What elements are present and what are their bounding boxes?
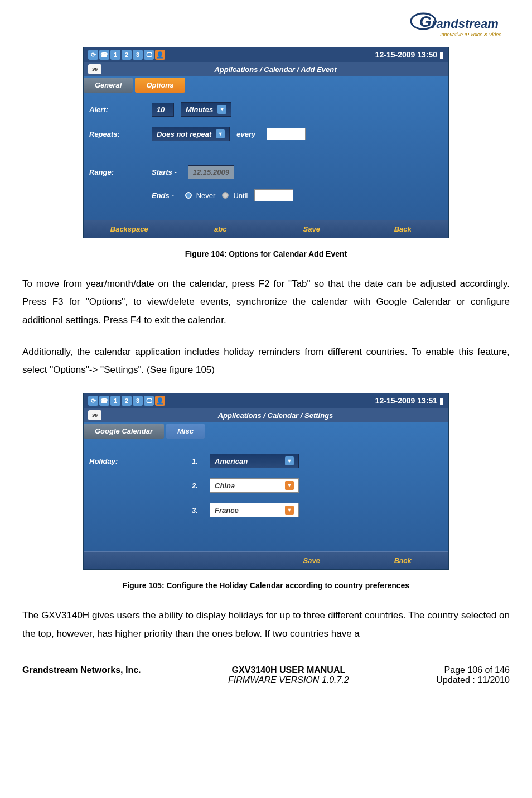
softkey-bar: Backspace abc Save Back <box>84 220 448 238</box>
holiday-dropdown-2[interactable]: China ▼ <box>210 478 299 493</box>
footer-company: Grandstream Networks, Inc. <box>22 665 141 685</box>
starts-label: Starts - <box>152 168 177 176</box>
alert-icon: 👤 <box>155 50 165 60</box>
status-icons: ⟳ ☎ 1 2 3 🖵 👤 <box>88 50 165 60</box>
svg-text:Innovative IP Voice & Video: Innovative IP Voice & Video <box>440 32 501 37</box>
battery-icon: ▮ <box>439 396 444 405</box>
status-bar: ⟳ ☎ 1 2 3 🖵 👤 12-15-2009 13:51 ▮ <box>84 393 448 408</box>
page-footer: Grandstream Networks, Inc. GXV3140H USER… <box>22 665 510 685</box>
status-num-2: 2 <box>122 396 132 406</box>
figure-caption-105: Figure 105: Configure the Holiday Calend… <box>22 581 510 590</box>
title-text: Applications / Calendar / Settings <box>107 411 444 420</box>
alert-label: Alert: <box>89 105 145 114</box>
holiday-label: Holiday: <box>89 457 145 465</box>
softkey-back[interactable]: Back <box>357 556 449 565</box>
status-num-1: 1 <box>110 50 120 60</box>
status-bar: ⟳ ☎ 1 2 3 🖵 👤 12-15-2009 13:50 ▮ <box>84 47 448 62</box>
radio-until-icon <box>222 192 229 199</box>
datetime: 12-15-2009 13:50 ▮ <box>375 50 444 59</box>
softkey-backspace[interactable]: Backspace <box>84 225 175 233</box>
tab-row: General Options <box>84 76 448 94</box>
svg-text:G: G <box>419 13 432 30</box>
softkey-abc[interactable]: abc <box>175 225 267 233</box>
footer-right: Page 106 of 146 Updated : 11/2010 <box>436 665 510 685</box>
holiday-num-2: 2. <box>192 482 203 490</box>
status-num-1: 1 <box>110 396 120 406</box>
status-icons: ⟳ ☎ 1 2 3 🖵 👤 <box>88 396 165 406</box>
alert-icon: 👤 <box>155 396 165 406</box>
holiday-dropdown-1[interactable]: American ▼ <box>210 454 299 468</box>
tab-row: Google Calendar Misc <box>84 422 448 440</box>
row-repeats: Repeats: Does not repeat ▼ every <box>89 127 443 141</box>
battery-icon: ▮ <box>439 50 444 59</box>
alert-unit-dropdown[interactable]: Minutes ▼ <box>181 102 231 117</box>
holiday-num-3: 3. <box>192 506 203 515</box>
holiday-num-1: 1. <box>192 457 203 465</box>
refresh-icon: ⟳ <box>88 396 98 406</box>
tab-google-calendar[interactable]: Google Calendar <box>84 424 164 439</box>
paragraph-2: Additionally, the calendar application i… <box>22 343 510 379</box>
never-radio-group[interactable]: Never <box>185 191 216 200</box>
softkey-save[interactable]: Save <box>266 556 357 565</box>
radio-never-icon <box>185 192 192 199</box>
repeats-label: Repeats: <box>89 130 145 138</box>
computer-icon: 🖵 <box>144 50 154 60</box>
ends-label: Ends - <box>152 191 174 200</box>
starts-date-input[interactable]: 12.15.2009 <box>188 165 234 179</box>
row-holiday-3: 3. France ▼ <box>89 503 443 517</box>
repeats-dropdown[interactable]: Does not repeat ▼ <box>152 127 230 141</box>
phone-icon: ☎ <box>99 50 109 60</box>
row-range-end: Ends - Never Until <box>89 189 443 201</box>
range-label: Range: <box>89 168 145 176</box>
screenshot-settings: ⟳ ☎ 1 2 3 🖵 👤 12-15-2009 13:51 ▮ 96 Appl… <box>83 393 449 570</box>
status-num-3: 3 <box>133 50 143 60</box>
row-holiday-2: 2. China ▼ <box>89 478 443 493</box>
alert-value-input[interactable]: 10 <box>152 103 174 117</box>
chevron-down-icon: ▼ <box>216 129 225 138</box>
until-radio-group[interactable]: Until <box>222 191 248 200</box>
row-range-start: Range: Starts - 12.15.2009 <box>89 165 443 179</box>
row-alert: Alert: 10 Minutes ▼ <box>89 102 443 117</box>
form-area: Alert: 10 Minutes ▼ Repeats: Does not re… <box>84 94 448 220</box>
title-bar: 96 Applications / Calendar / Settings <box>84 408 448 422</box>
softkey-bar: Save Back <box>84 551 448 569</box>
chevron-down-icon: ▼ <box>285 481 294 490</box>
until-date-input[interactable] <box>254 189 293 201</box>
title-bar: 96 Applications / Calendar / Add Event <box>84 62 448 76</box>
tab-options[interactable]: Options <box>135 78 185 93</box>
svg-text:randstream: randstream <box>432 17 499 31</box>
every-input[interactable] <box>267 128 306 140</box>
status-num-3: 3 <box>133 396 143 406</box>
paragraph-3: The GXV3140H gives users the ability to … <box>22 607 510 643</box>
chevron-down-icon: ▼ <box>217 105 226 114</box>
holiday-dropdown-3[interactable]: France ▼ <box>210 503 299 517</box>
status-num-2: 2 <box>122 50 132 60</box>
titlebar-icon: 96 <box>88 410 101 420</box>
phone-icon: ☎ <box>99 396 109 406</box>
figure-caption-104: Figure 104: Options for Calendar Add Eve… <box>22 249 510 258</box>
softkey-save[interactable]: Save <box>266 225 357 233</box>
tab-general[interactable]: General <box>84 78 133 93</box>
form-area: Holiday: 1. American ▼ 2. China ▼ 3. Fra… <box>84 440 448 551</box>
datetime: 12-15-2009 13:51 ▮ <box>375 396 444 405</box>
chevron-down-icon: ▼ <box>285 456 294 465</box>
title-text: Applications / Calendar / Add Event <box>107 65 444 74</box>
refresh-icon: ⟳ <box>88 50 98 60</box>
chevron-down-icon: ▼ <box>285 506 294 515</box>
titlebar-icon: 96 <box>88 64 101 74</box>
every-label: every <box>236 130 255 138</box>
tab-misc[interactable]: Misc <box>166 424 205 439</box>
screenshot-add-event: ⟳ ☎ 1 2 3 🖵 👤 12-15-2009 13:50 ▮ 96 Appl… <box>83 47 449 238</box>
softkey-back[interactable]: Back <box>357 225 449 233</box>
brand-logo: G randstream Innovative IP Voice & Video <box>22 11 510 41</box>
row-holiday-1: Holiday: 1. American ▼ <box>89 454 443 468</box>
computer-icon: 🖵 <box>144 396 154 406</box>
footer-center: GXV3140H USER MANUAL FIRMWARE VERSION 1.… <box>228 665 349 685</box>
paragraph-1: To move from year/month/date on the cale… <box>22 275 510 329</box>
